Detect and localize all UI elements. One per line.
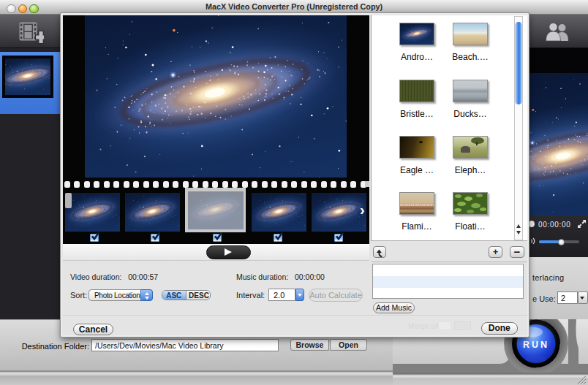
svg-text:RUN: RUN [523,340,549,350]
